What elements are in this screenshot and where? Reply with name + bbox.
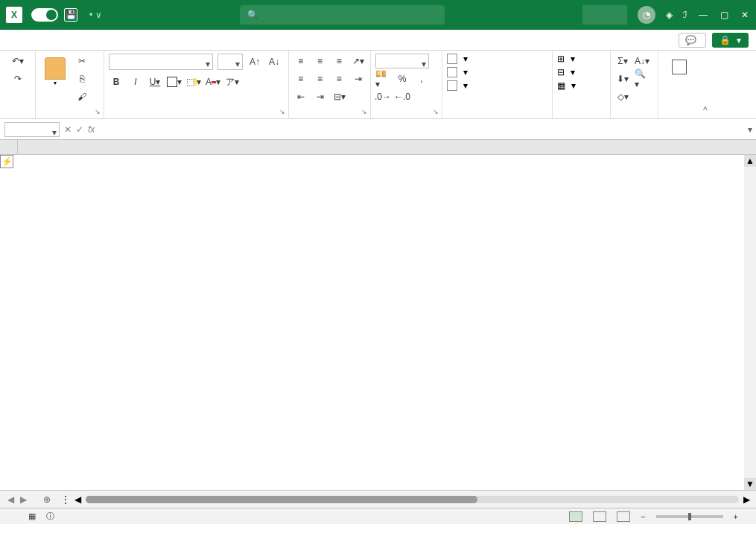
decrease-font-icon[interactable]: A↓ — [267, 54, 282, 69]
chevron-down-icon: ▾ — [52, 127, 57, 138]
zoom-slider[interactable] — [656, 515, 723, 518]
horizontal-scrollbar[interactable] — [86, 496, 739, 503]
vertical-scrollbar[interactable]: ▲ ▼ — [744, 155, 756, 490]
increase-decimal-icon[interactable]: .0→ — [375, 89, 390, 104]
enter-formula-icon[interactable]: ✓ — [76, 124, 83, 135]
clipboard-dialog-icon[interactable]: ↘ — [95, 108, 101, 115]
scroll-up-arrow-icon[interactable]: ▲ — [744, 155, 756, 167]
share-button[interactable]: 🔒 ▾ — [712, 33, 749, 48]
chevron-down-icon: ▾ — [422, 59, 426, 69]
zoom-in-button[interactable]: + — [734, 512, 738, 521]
redo-icon[interactable]: ↷ — [10, 71, 25, 86]
cell-style-icon — [447, 80, 457, 91]
wrap-text-icon[interactable]: ⇥ — [351, 71, 366, 86]
undo-icon[interactable]: ↶▾ — [10, 54, 25, 68]
sort-filter-icon[interactable]: A↓▾ — [635, 54, 649, 68]
paste-button[interactable]: ▾ — [40, 54, 70, 89]
align-center-icon[interactable]: ≡ — [313, 71, 328, 86]
cancel-formula-icon[interactable]: ✕ — [64, 124, 72, 135]
comments-button[interactable]: 💬 — [679, 33, 706, 48]
macro-record-icon[interactable]: ▦ — [28, 511, 36, 521]
font-dialog-icon[interactable]: ↘ — [279, 108, 285, 115]
save-icon[interactable]: 💾 — [64, 8, 77, 22]
page-layout-view-button[interactable] — [593, 511, 606, 522]
close-button[interactable]: ✕ — [740, 10, 750, 20]
fill-icon[interactable]: ⬇▾ — [615, 71, 630, 86]
expand-formula-bar-icon[interactable]: ▾ — [744, 124, 756, 135]
conditional-formatting-button[interactable]: ▾ — [447, 54, 547, 64]
italic-button[interactable]: I — [128, 74, 143, 89]
touch-mode-icon[interactable]: ℐ — [683, 10, 687, 20]
font-size-select[interactable]: ▾ — [217, 54, 243, 70]
increase-indent-icon[interactable]: ⇥ — [313, 89, 328, 104]
align-bottom-icon[interactable]: ≡ — [332, 54, 347, 68]
scroll-left-arrow-icon[interactable]: ◀ — [74, 494, 81, 505]
restore-button[interactable]: ▢ — [719, 10, 729, 20]
sheet-tabs-menu-icon[interactable]: ⋮ — [61, 494, 70, 505]
number-format-select[interactable]: ▾ — [375, 54, 429, 68]
format-as-table-button[interactable]: ▾ — [447, 67, 547, 77]
cut-icon[interactable]: ✂ — [74, 54, 89, 68]
search-input[interactable]: 🔍 — [240, 5, 445, 25]
comma-format-icon[interactable]: , — [414, 71, 429, 86]
clear-icon[interactable]: ◇▾ — [615, 89, 630, 104]
bold-button[interactable]: B — [109, 74, 124, 89]
select-all-corner[interactable] — [0, 140, 18, 155]
delete-cells-button[interactable]: ⊟ ▾ — [557, 67, 606, 77]
search-icon: 🔍 — [247, 10, 258, 20]
format-painter-icon[interactable]: 🖌 — [74, 89, 89, 104]
insert-function-icon[interactable]: fx — [88, 124, 95, 135]
format-cells-icon: ▦ — [557, 80, 565, 91]
save-status[interactable]: • ∨ — [89, 10, 102, 20]
underline-button[interactable]: U▾ — [147, 74, 162, 89]
page-break-view-button[interactable] — [617, 511, 630, 522]
column-headers — [18, 140, 756, 155]
cell-styles-button[interactable]: ▾ — [447, 80, 547, 91]
copy-icon[interactable]: ⎘ — [74, 71, 89, 86]
phonetic-field-icon[interactable]: ア▾ — [225, 74, 240, 89]
orientation-icon[interactable]: ↗▾ — [351, 54, 366, 68]
autosave-toggle[interactable] — [28, 8, 58, 22]
insert-cells-button[interactable]: ⊞ ▾ — [557, 54, 606, 64]
merge-center-icon[interactable]: ⊟▾ — [332, 89, 347, 104]
name-box[interactable]: ▾ — [4, 122, 60, 137]
diamond-icon[interactable]: ◈ — [666, 10, 673, 20]
new-sheet-button[interactable]: ⊕ — [39, 493, 55, 506]
align-top-icon[interactable]: ≡ — [293, 54, 308, 68]
borders-button[interactable]: ▾ — [167, 74, 182, 89]
zoom-out-button[interactable]: − — [641, 512, 645, 521]
font-color-button[interactable]: A▾ — [206, 74, 220, 89]
font-name-select[interactable]: ▾ — [109, 54, 213, 70]
data-analysis-icon — [672, 60, 687, 74]
sheet-nav-next-icon[interactable]: ▶ — [20, 494, 27, 505]
cond-format-icon — [447, 54, 457, 64]
insert-cells-icon: ⊞ — [557, 54, 565, 64]
accessibility-icon[interactable]: ⓘ — [46, 511, 54, 522]
increase-font-icon[interactable]: A↑ — [247, 54, 262, 69]
alignment-dialog-icon[interactable]: ↘ — [361, 108, 367, 115]
accounting-format-icon[interactable]: 💴▾ — [375, 71, 390, 86]
number-dialog-icon[interactable]: ↘ — [433, 108, 439, 115]
align-middle-icon[interactable]: ≡ — [313, 54, 328, 68]
fill-color-button[interactable]: ⬚▾ — [186, 74, 201, 89]
minimize-button[interactable]: — — [698, 10, 708, 20]
autosum-icon[interactable]: Σ▾ — [615, 54, 630, 68]
user-avatar-icon[interactable]: ◔ — [638, 6, 655, 24]
normal-view-button[interactable] — [569, 511, 582, 522]
decrease-indent-icon[interactable]: ⇤ — [293, 89, 308, 104]
decrease-decimal-icon[interactable]: ←.0 — [395, 89, 410, 104]
find-select-icon[interactable]: 🔍▾ — [635, 71, 649, 86]
format-cells-button[interactable]: ▦ ▾ — [557, 80, 606, 91]
flash-fill-options-icon[interactable]: ⚡ — [0, 155, 13, 168]
align-right-icon[interactable]: ≡ — [332, 71, 347, 86]
chevron-down-icon: ▾ — [206, 59, 210, 69]
percent-format-icon[interactable]: % — [395, 71, 410, 86]
align-left-icon[interactable]: ≡ — [293, 71, 308, 86]
collapse-ribbon-icon[interactable]: ^ — [703, 105, 718, 115]
scroll-down-arrow-icon[interactable]: ▼ — [744, 478, 756, 490]
scroll-right-arrow-icon[interactable]: ▶ — [743, 494, 750, 505]
data-analysis-button[interactable] — [666, 54, 693, 80]
sheet-nav-prev-icon[interactable]: ◀ — [7, 494, 14, 505]
chevron-down-icon: ▾ — [235, 59, 240, 69]
delete-cells-icon: ⊟ — [557, 67, 565, 77]
